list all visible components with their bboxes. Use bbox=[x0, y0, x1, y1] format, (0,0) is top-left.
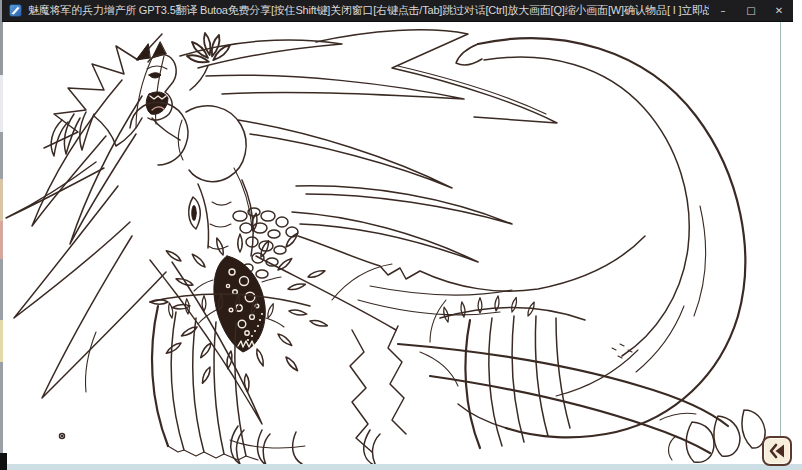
ground-pebble bbox=[60, 434, 65, 439]
face-head bbox=[146, 55, 180, 140]
rewind-button[interactable] bbox=[762, 436, 792, 466]
bottom-left-corner bbox=[0, 453, 7, 470]
window-controls: – □ ✕ bbox=[709, 0, 793, 22]
maximize-icon: □ bbox=[746, 5, 755, 16]
viewport-right-border bbox=[780, 22, 781, 464]
game-app-icon bbox=[9, 4, 22, 17]
close-button[interactable]: ✕ bbox=[765, 0, 793, 22]
monster-illustration bbox=[3, 22, 781, 464]
game-viewport[interactable] bbox=[3, 22, 781, 464]
minimize-icon: – bbox=[721, 5, 726, 16]
game-window: { "window": { "title": "魅魔将军的兵力增产所 GPT3.… bbox=[0, 0, 802, 470]
close-icon: ✕ bbox=[775, 5, 783, 16]
back-quills bbox=[292, 186, 512, 315]
right-leg-paw bbox=[398, 344, 765, 462]
face-eye bbox=[149, 73, 161, 78]
double-chevron-left-icon bbox=[767, 441, 787, 461]
chest-eye bbox=[189, 197, 201, 229]
horn-blades bbox=[180, 30, 557, 188]
window-bottom-edge bbox=[0, 464, 802, 470]
tail bbox=[298, 38, 745, 437]
window-titlebar[interactable]: 魅魔将军的兵力增产所 GPT3.5翻译 Butoa免费分享[按住Shift键]关… bbox=[2, 0, 793, 22]
maximize-button[interactable]: □ bbox=[737, 0, 765, 22]
window-title: 魅魔将军的兵力增产所 GPT3.5翻译 Butoa免费分享[按住Shift键]关… bbox=[28, 3, 709, 18]
minimize-button[interactable]: – bbox=[709, 0, 737, 22]
feathered-legs bbox=[150, 264, 585, 460]
